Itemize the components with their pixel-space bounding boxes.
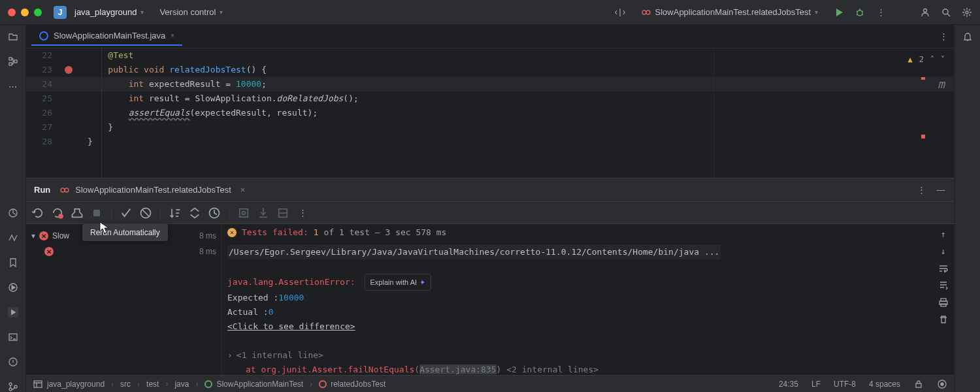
run-button[interactable]	[834, 7, 844, 18]
fold-toggle-icon[interactable]: ›	[227, 350, 233, 360]
readonly-lock-icon[interactable]	[913, 379, 924, 389]
error-stripe-mark[interactable]	[921, 77, 925, 80]
explain-with-ai-button[interactable]: Explain with AI ✦	[365, 274, 432, 291]
stack-at: at	[246, 365, 261, 374]
endpoints-tool-icon[interactable]	[8, 233, 18, 243]
print-icon[interactable]	[938, 297, 949, 308]
file-tab[interactable]: SlowApplicationMainTest.java ×	[31, 27, 182, 46]
test-history-icon[interactable]	[208, 206, 221, 220]
chevron-down-icon[interactable]: ▾	[31, 231, 35, 240]
stack-paren: (	[414, 365, 419, 374]
services-tool-icon[interactable]	[8, 282, 18, 293]
run-tool-icon[interactable]	[8, 307, 18, 318]
prev-highlight-icon[interactable]: ˄	[930, 52, 934, 67]
rerun-failed-icon[interactable]	[51, 206, 64, 220]
code-editor[interactable]: ▲ 2 ˄ ˅ m 22 @Test23 public void related…	[26, 48, 954, 178]
minimap-letter: m	[938, 77, 945, 91]
settings-icon[interactable]	[962, 7, 972, 18]
exception-class: java.lang.AssertionError:	[227, 277, 355, 287]
sparkle-icon: ✦	[419, 275, 425, 289]
version-control-menu[interactable]: Version control ▾	[159, 7, 223, 17]
structure-tool-icon[interactable]	[8, 56, 18, 67]
project-tool-icon[interactable]	[8, 31, 18, 42]
java-file-icon	[39, 31, 48, 41]
svg-rect-8	[14, 60, 17, 63]
scroll-up-icon[interactable]: ↑	[938, 229, 949, 240]
minimize-window[interactable]	[21, 8, 29, 16]
zoom-window[interactable]	[34, 8, 42, 16]
version-control-label: Version control	[159, 7, 216, 17]
more-actions-icon[interactable]: ⋮	[875, 7, 886, 18]
line-separator[interactable]: LF	[811, 380, 821, 389]
search-icon[interactable]	[941, 7, 951, 18]
import-tests-icon[interactable]	[237, 206, 250, 220]
collapse-all-icon[interactable]	[276, 206, 289, 220]
code-with-me-icon[interactable]	[615, 7, 625, 18]
tooltip: Rerun Automatically	[82, 224, 168, 241]
show-ignored-icon[interactable]	[139, 206, 152, 220]
left-tool-strip: ⋯	[0, 25, 26, 392]
svg-point-18	[58, 214, 63, 219]
debug-button[interactable]	[855, 7, 865, 18]
notifications-icon[interactable]	[962, 31, 973, 42]
scroll-down-icon[interactable]: ↓	[938, 246, 949, 257]
indent-settings[interactable]: 4 spaces	[869, 380, 900, 389]
run-options-icon[interactable]: ⋮	[916, 185, 926, 195]
caret-position[interactable]: 24:35	[779, 380, 798, 389]
test-tree[interactable]: ▾ ✕ Slow 8 ms ✕ relatedJobsTest 8 ms	[26, 224, 222, 375]
toggle-auto-test-icon[interactable]	[71, 206, 84, 220]
inspections-widget[interactable]: ▲ 2 ˄ ˅	[908, 52, 945, 67]
window-controls	[8, 8, 42, 16]
more-tools-icon[interactable]: ⋯	[8, 81, 18, 91]
svg-point-14	[9, 388, 12, 391]
svg-rect-19	[93, 210, 100, 216]
ide-status-icon[interactable]	[937, 379, 947, 389]
project-name: java_playground	[74, 7, 137, 17]
show-passed-icon[interactable]	[120, 206, 133, 220]
fold-label[interactable]: <1 internal line>	[237, 350, 323, 360]
close-tab-icon[interactable]: ×	[171, 32, 174, 39]
svg-point-5	[966, 11, 968, 14]
fail-icon: ✕	[44, 247, 54, 256]
clear-all-icon[interactable]	[938, 314, 949, 325]
run-panel-body: ▾ ✕ Slow 8 ms ✕ relatedJobsTest 8 ms ✕ T…	[26, 223, 954, 375]
rerun-icon[interactable]	[31, 206, 44, 220]
expand-all-icon[interactable]	[188, 206, 201, 220]
test-status-bar: ✕ Tests failed: 1 of 1 test – 3 sec 578 …	[227, 225, 954, 240]
java-path: /Users/Egor.Sergeev/Library/Java/JavaVir…	[227, 245, 721, 259]
tab-options-icon[interactable]: ⋮	[938, 31, 949, 42]
test-item-row[interactable]: ✕ relatedJobsTest 8 ms	[26, 244, 221, 259]
test-console[interactable]: ✕ Tests failed: 1 of 1 test – 3 sec 578 …	[222, 224, 954, 375]
tool-windows-icon[interactable]	[33, 379, 43, 389]
problems-tool-icon[interactable]	[8, 357, 18, 367]
sort-icon[interactable]	[169, 206, 182, 220]
breadcrumbs[interactable]: java_playground›src›test›java› SlowAppli…	[47, 380, 385, 389]
expected-value: 10000	[278, 293, 304, 302]
soft-wrap-icon[interactable]	[938, 263, 949, 274]
export-tests-icon[interactable]	[257, 206, 270, 220]
project-selector[interactable]: java_playground ▾	[74, 7, 144, 17]
stack-file-link[interactable]: Assert.java:835	[419, 365, 496, 374]
test-root-time: 8 ms	[199, 231, 216, 240]
file-encoding[interactable]: UTF-8	[834, 380, 856, 389]
minimize-panel-icon[interactable]: —	[936, 185, 946, 195]
toolbar-more-icon[interactable]: ⋮	[296, 206, 309, 220]
see-difference-link[interactable]: <Click to see difference>	[227, 321, 355, 331]
error-stripe-mark[interactable]	[921, 135, 925, 139]
run-configuration-selector[interactable]: SlowApplicationMainTest.relatedJobsTest …	[636, 5, 823, 20]
vcs-tool-icon[interactable]	[8, 382, 18, 392]
svg-rect-27	[34, 381, 42, 387]
scroll-to-end-icon[interactable]	[938, 280, 949, 291]
close-window[interactable]	[8, 8, 16, 16]
svg-rect-7	[9, 63, 12, 65]
profiler-tool-icon[interactable]	[8, 208, 18, 218]
next-highlight-icon[interactable]: ˅	[941, 52, 945, 67]
terminal-tool-icon[interactable]	[8, 332, 18, 342]
collaborators-icon[interactable]	[920, 7, 930, 18]
fold-label[interactable]: <2 internal lines>	[501, 365, 598, 374]
stop-icon[interactable]	[90, 206, 103, 220]
run-tab[interactable]: SlowApplicationMainTest.relatedJobsTest …	[59, 185, 245, 195]
actual-value: 0	[269, 307, 274, 317]
bookmarks-tool-icon[interactable]	[8, 257, 18, 268]
close-run-tab-icon[interactable]: ×	[240, 185, 246, 195]
